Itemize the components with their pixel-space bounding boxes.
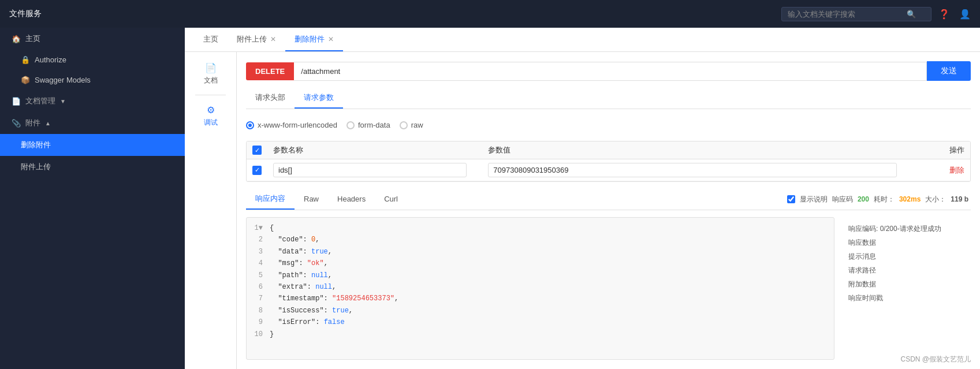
- send-button[interactable]: 发送: [927, 61, 971, 81]
- search-box[interactable]: 🔍: [781, 7, 931, 21]
- sidebar-item-home[interactable]: 🏠 主页: [0, 28, 185, 50]
- params-col-action: 操作: [918, 145, 964, 155]
- search-icon: 🔍: [907, 10, 916, 18]
- code-line-5: 5 "path": null,: [251, 270, 829, 281]
- time-value: 302ms: [899, 195, 921, 203]
- code-line-6: 6 "extra": null,: [251, 281, 829, 293]
- desc-item-3: 提示消息: [848, 249, 966, 263]
- sidebar: 🏠 主页 🔒 Authorize 📦 Swagger Models 📄 文档管理…: [0, 28, 185, 369]
- home-icon: 🏠: [12, 35, 21, 43]
- code-line-3: 3 "data": true,: [251, 246, 829, 258]
- response-code-block: 1▼ { 2 "code": 0, 3 "data": true,: [246, 217, 834, 360]
- response-body: 1▼ { 2 "code": 0, 3 "data": true,: [246, 217, 971, 360]
- params-header-check: [252, 146, 273, 155]
- radio-group: x-www-form-urlencoded form-data raw: [246, 116, 971, 134]
- size-value: 119 b: [951, 195, 968, 203]
- params-check-all[interactable]: [252, 146, 262, 155]
- topbar-center: 🔍 ❓ 👤: [194, 7, 971, 21]
- sidebar-item-delete-attachment[interactable]: 删除附件: [0, 134, 185, 156]
- tab-response-raw[interactable]: Raw: [295, 190, 328, 209]
- params-col-name: 参数名称: [273, 145, 488, 155]
- sidebar-item-doc-mgmt[interactable]: 📄 文档管理 ▼: [0, 90, 185, 112]
- code-line-10: 10 }: [251, 329, 829, 340]
- sidebar-authorize-label: Authorize: [35, 55, 66, 64]
- chevron-down-icon: ▼: [60, 98, 66, 105]
- tab-upload[interactable]: 附件上传 ✕: [228, 28, 285, 51]
- radio-form-data-label: form-data: [358, 121, 390, 129]
- content-area: 📄 文档 ⚙ 调试 DELETE 发送 请求头部: [185, 52, 980, 369]
- radio-urlencoded-dot: [246, 121, 254, 129]
- radio-form-data-dot: [346, 121, 355, 129]
- param-value-input[interactable]: [488, 163, 896, 177]
- help-icon[interactable]: ❓: [938, 9, 950, 20]
- sidebar-item-swagger-models[interactable]: 📦 Swagger Models: [0, 70, 185, 90]
- tab-response-content[interactable]: 响应内容: [246, 189, 295, 210]
- row-param-value: [488, 163, 918, 177]
- sidebar-attachment-label: 附件: [25, 118, 40, 128]
- lock-icon: 🔒: [21, 55, 30, 64]
- panel-divider: [195, 95, 226, 95]
- code-line-2: 2 "code": 0,: [251, 234, 829, 245]
- response-meta: 显示说明 响应码 200 耗时： 302ms 大小： 119 b: [787, 195, 971, 204]
- layout: 🏠 主页 🔒 Authorize 📦 Swagger Models 📄 文档管理…: [0, 28, 980, 369]
- user-icon[interactable]: 👤: [959, 9, 971, 20]
- code-line-8: 8 "isSuccess": true,: [251, 305, 829, 316]
- params-header: 参数名称 参数值 操作: [247, 141, 970, 159]
- delete-attachment-label: 删除附件: [21, 140, 51, 150]
- doc-panel-icon: 📄: [205, 62, 217, 73]
- package-icon: 📦: [21, 76, 30, 84]
- tab-delete[interactable]: 删除附件 ✕: [285, 28, 343, 51]
- tab-request-params[interactable]: 请求参数: [295, 88, 343, 109]
- tab-response-headers[interactable]: Headers: [328, 190, 375, 209]
- debug-label: 调试: [204, 118, 218, 128]
- status-code: 200: [858, 195, 869, 203]
- sidebar-item-upload-attachment[interactable]: 附件上传: [0, 156, 185, 178]
- tab-response-curl[interactable]: Curl: [375, 190, 407, 209]
- main-content: 主页 附件上传 ✕ 删除附件 ✕ 📄 文档 ⚙ 调试: [185, 28, 980, 369]
- radio-form-data[interactable]: form-data: [346, 121, 390, 129]
- table-row: 删除: [247, 159, 970, 181]
- doc-panel-label: 文档: [204, 76, 218, 85]
- radio-urlencoded-label: x-www-form-urlencoded: [258, 121, 337, 129]
- attachment-icon: 📎: [12, 119, 21, 128]
- params-col-value: 参数值: [488, 145, 918, 155]
- desc-item-5: 附加数据: [848, 277, 966, 291]
- response-description: 响应编码: 0/200-请求处理成功 响应数据 提示消息 请求路径 附加数据 响…: [844, 217, 971, 360]
- row-action: 删除: [918, 165, 964, 176]
- topbar-icons: ❓ 👤: [938, 9, 971, 20]
- radio-raw[interactable]: raw: [400, 121, 423, 129]
- topbar-title: 文件服务: [9, 9, 194, 19]
- doc-panel: 📄 文档 ⚙ 调试: [185, 52, 237, 369]
- tab-upload-close[interactable]: ✕: [270, 35, 276, 43]
- tab-request-header[interactable]: 请求头部: [246, 88, 295, 109]
- search-input[interactable]: [788, 10, 903, 18]
- response-tabs: 响应内容 Raw Headers Curl 显示说明 响应码 200 耗时： 3…: [246, 189, 971, 210]
- row-check: [252, 166, 273, 175]
- doc-panel-doc[interactable]: 📄 文档: [198, 58, 223, 90]
- tab-home[interactable]: 主页: [194, 28, 228, 51]
- tab-delete-close[interactable]: ✕: [328, 35, 334, 43]
- desc-item-6: 响应时间戳: [848, 291, 966, 305]
- code-line-7: 7 "timestamp": "1589254653373",: [251, 293, 829, 304]
- doc-panel-debug[interactable]: ⚙ 调试: [198, 100, 223, 132]
- method-url-row: DELETE 发送: [246, 61, 971, 81]
- row-delete-button[interactable]: 删除: [949, 166, 964, 174]
- row-checkbox[interactable]: [252, 166, 262, 175]
- method-badge[interactable]: DELETE: [246, 62, 294, 80]
- sidebar-doc-label: 文档管理: [25, 96, 55, 106]
- param-name-input[interactable]: [273, 163, 467, 177]
- watermark: CSDN @假装文艺范儿: [900, 355, 971, 364]
- show-desc-label: 显示说明: [800, 195, 828, 204]
- show-desc-checkbox[interactable]: [787, 195, 795, 203]
- sidebar-item-authorize[interactable]: 🔒 Authorize: [0, 50, 185, 70]
- radio-urlencoded[interactable]: x-www-form-urlencoded: [246, 121, 337, 129]
- row-param-name: [273, 163, 488, 177]
- sidebar-item-attachment[interactable]: 📎 附件 ▲: [0, 112, 185, 134]
- desc-item-4: 请求路径: [848, 263, 966, 277]
- status-label: 响应码: [832, 195, 853, 204]
- chevron-up-icon: ▲: [45, 120, 51, 126]
- sidebar-swagger-label: Swagger Models: [35, 76, 91, 84]
- url-input[interactable]: [294, 62, 927, 81]
- size-label: 大小：: [925, 195, 946, 204]
- time-label: 耗时：: [874, 195, 895, 204]
